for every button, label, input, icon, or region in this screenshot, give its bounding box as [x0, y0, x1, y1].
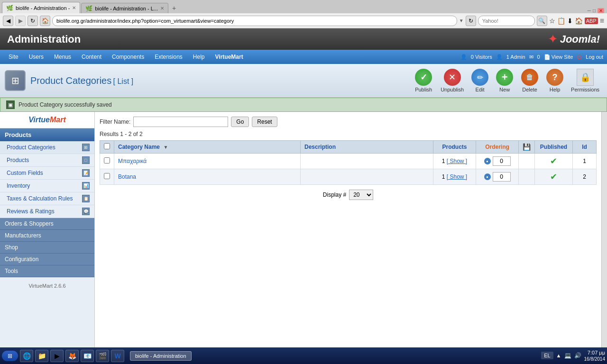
permissions-button[interactable]: 🔒 Permissions	[568, 67, 602, 94]
help-button[interactable]: ? Help	[543, 67, 566, 94]
sidebar-group-orders[interactable]: Orders & Shoppers	[0, 218, 94, 230]
publish-button[interactable]: ✓ Publish	[411, 67, 436, 94]
taskbar-active-item[interactable]: biolife - Administration	[130, 351, 192, 361]
page-title-area: ⊞ Product Categories [ List ]	[5, 70, 133, 91]
row1-checkbox[interactable]	[104, 157, 110, 164]
tab-inactive[interactable]: 🌿 biolife - Administration - L... ✕	[81, 3, 168, 13]
sidebar-item-inventory[interactable]: Inventory 📊	[0, 180, 94, 192]
nav-virtuemart[interactable]: VirtueMart	[211, 52, 248, 62]
nav-content[interactable]: Content	[77, 52, 106, 62]
clock-time: 7:07 μμ	[584, 349, 606, 356]
star-icon[interactable]: ☆	[549, 17, 555, 25]
row1-show-link[interactable]: [ Show ]	[447, 158, 467, 164]
filter-label: Filter Name:	[100, 118, 130, 125]
row1-published-icon[interactable]: ✔	[550, 156, 557, 166]
home-button[interactable]: 🏠	[40, 16, 50, 26]
nav-extensions[interactable]: Extensions	[150, 52, 187, 62]
new-button[interactable]: + New	[493, 67, 516, 94]
sidebar-group-manufacturers[interactable]: Manufacturers	[0, 230, 94, 242]
nav-menus[interactable]: Menus	[49, 52, 76, 62]
col-category-name[interactable]: Category Name ▼	[114, 141, 301, 154]
sidebar-group-configuration[interactable]: Configuration	[0, 254, 94, 265]
row2-id-cell: 2	[573, 169, 597, 185]
logout-link[interactable]: Log out	[586, 54, 603, 60]
row2-published-icon[interactable]: ✔	[550, 172, 557, 182]
back-button[interactable]: ◀	[3, 16, 13, 26]
row1-order-input[interactable]	[493, 156, 511, 166]
taskbar-ie[interactable]: 🌐	[20, 350, 33, 362]
display-select[interactable]: 20 50 100	[349, 190, 373, 200]
taskbar-video[interactable]: 🎬	[96, 350, 109, 362]
sidebar-section-products[interactable]: Products	[0, 128, 94, 141]
delete-button[interactable]: 🗑 Delete	[518, 67, 542, 94]
sidebar-item-taxes[interactable]: Taxes & Calculation Rules 📋	[0, 192, 94, 205]
tab-title: biolife - Administration -	[16, 5, 70, 11]
home-icon2[interactable]: 🏠	[575, 17, 583, 25]
up-arrow-icon[interactable]: ▲	[556, 353, 561, 358]
bookmark-icon[interactable]: 📋	[557, 17, 565, 25]
row2-up-icon[interactable]: ●	[484, 173, 491, 180]
row2-ordering-wrapper: ●	[480, 172, 515, 182]
search-button[interactable]: 🔍	[537, 16, 547, 26]
filter-input[interactable]	[133, 117, 228, 127]
success-icon: ▣	[6, 100, 15, 109]
adblock-icon[interactable]: ABP	[585, 18, 598, 24]
new-tab-button[interactable]: +	[168, 3, 180, 13]
col-ordering[interactable]: Ordering	[476, 141, 519, 154]
nav-components[interactable]: Components	[107, 52, 149, 62]
edit-button[interactable]: ✏ Edit	[469, 67, 491, 94]
tab-close-2[interactable]: ✕	[160, 6, 164, 11]
minimize-btn[interactable]: ─	[588, 8, 591, 13]
nav-help[interactable]: Help	[188, 52, 210, 62]
row1-up-icon[interactable]: ●	[484, 158, 491, 164]
row1-name-link[interactable]: Μπαχαρικά	[118, 158, 147, 164]
go-button[interactable]: Go	[231, 117, 249, 127]
refresh-button[interactable]: ↻	[28, 16, 38, 26]
close-btn[interactable]: ✕	[598, 8, 604, 13]
go-address-button[interactable]: ↻	[466, 16, 476, 26]
maximize-btn[interactable]: □	[593, 8, 596, 13]
taskbar-firefox[interactable]: 🦊	[65, 350, 79, 362]
search-input[interactable]	[478, 16, 535, 26]
download-icon[interactable]: ⬇	[567, 17, 573, 25]
taskbar-media[interactable]: ▶	[50, 350, 64, 362]
page-title: Product Categories	[30, 75, 111, 86]
sidebar-item-products[interactable]: Products □	[0, 154, 94, 167]
joomla-logo: ✦ Joomla!	[548, 32, 600, 46]
row2-checkbox[interactable]	[104, 173, 110, 179]
taskbar-explorer[interactable]: 📁	[35, 350, 48, 362]
dropdown-icon[interactable]: ▼	[459, 18, 464, 23]
start-button[interactable]: ⊞	[2, 351, 18, 361]
ie-icon: 🌐	[23, 352, 31, 360]
tab-favicon-2: 🌿	[85, 5, 92, 12]
menu-icon[interactable]: ≡	[600, 17, 604, 25]
sidebar-item-product-categories[interactable]: Product Categories ⊞	[0, 141, 94, 154]
reset-button[interactable]: Reset	[252, 117, 277, 127]
sidebar-item-reviews[interactable]: Reviews & Ratings 💬	[0, 205, 94, 218]
sidebar-group-shop[interactable]: Shop	[0, 242, 94, 254]
forward-button[interactable]: ▶	[15, 16, 26, 26]
unpublish-button[interactable]: ✕ Unpublish	[438, 67, 467, 94]
row2-name-link[interactable]: Botana	[118, 173, 136, 180]
tab-close[interactable]: ✕	[72, 5, 76, 10]
taskbar-outlook[interactable]: 📧	[81, 350, 94, 362]
scrollbar[interactable]	[601, 112, 607, 348]
taskbar-word[interactable]: W	[111, 350, 124, 362]
select-all-checkbox[interactable]	[104, 143, 110, 149]
delete-label: Delete	[522, 87, 537, 92]
row1-id-cell: 1	[573, 154, 597, 169]
top-nav-right: 👤 0 Visitors 👤 1 Admin ✉ 0 📄 View Site ⏻…	[460, 54, 603, 60]
row2-order-input[interactable]	[493, 172, 511, 182]
results-info: Results 1 - 2 of 2	[100, 131, 597, 137]
view-site-link[interactable]: 📄 View Site	[544, 54, 573, 60]
sidebar-item-custom-fields[interactable]: Custom Fields 📝	[0, 167, 94, 180]
address-input[interactable]	[52, 16, 457, 26]
tab-active[interactable]: 🌿 biolife - Administration - ✕	[2, 2, 80, 13]
sidebar-products-label: Products	[7, 157, 29, 164]
nav-site[interactable]: Site	[4, 52, 23, 62]
tab-bar: 🌿 biolife - Administration - ✕ 🌿 biolife…	[0, 0, 607, 13]
table-row: Μπαχαρικά 1 [ Show ] ●	[100, 154, 597, 169]
nav-users[interactable]: Users	[24, 52, 48, 62]
sidebar-group-tools[interactable]: Tools	[0, 265, 94, 277]
row2-show-link[interactable]: [ Show ]	[447, 173, 467, 180]
